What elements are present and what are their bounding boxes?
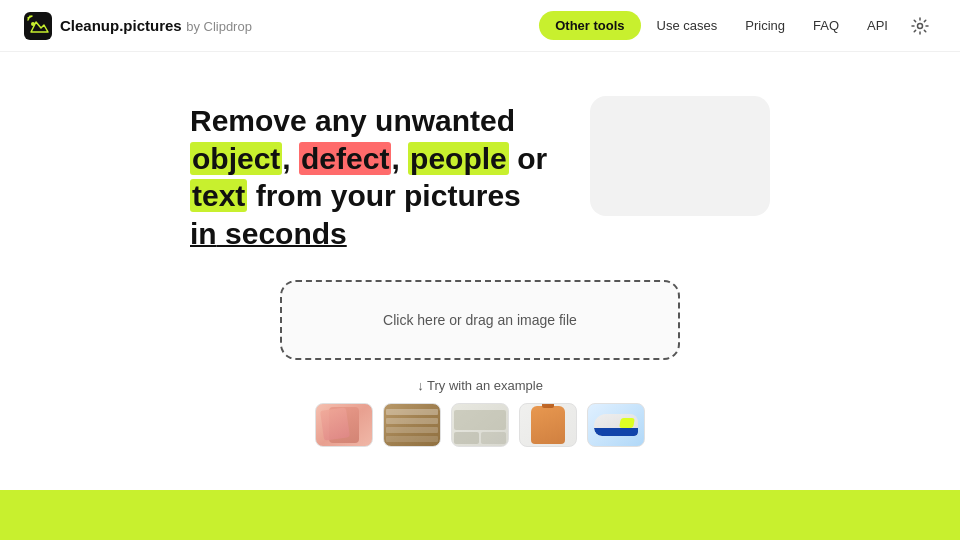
settings-button[interactable]	[904, 10, 936, 42]
faq-button[interactable]: FAQ	[801, 11, 851, 40]
examples-label: ↓ Try with an example	[417, 378, 543, 393]
upload-label: Click here or drag an image file	[383, 312, 577, 328]
logo-text: Cleanup.pictures by Clipdrop	[60, 17, 252, 35]
api-button[interactable]: API	[855, 11, 900, 40]
example-thumb-1[interactable]	[315, 403, 373, 447]
example-thumb-4[interactable]	[519, 403, 577, 447]
hero-text: Remove any unwanted object, defect, peop…	[190, 92, 550, 252]
object-highlight: object	[190, 142, 282, 175]
upload-section: Click here or drag an image file	[0, 280, 960, 360]
preview-image-box	[590, 96, 770, 216]
people-highlight: people	[408, 142, 509, 175]
defect-highlight: defect	[299, 142, 391, 175]
pricing-button[interactable]: Pricing	[733, 11, 797, 40]
svg-point-1	[31, 22, 35, 26]
svg-point-2	[918, 23, 923, 28]
main-nav: Other tools Use cases Pricing FAQ API	[539, 10, 936, 42]
examples-section: ↓ Try with an example	[0, 378, 960, 447]
text-highlight: text	[190, 179, 247, 212]
main-content: Remove any unwanted object, defect, peop…	[0, 52, 960, 252]
other-tools-button[interactable]: Other tools	[539, 11, 640, 40]
upload-dropzone[interactable]: Click here or drag an image file	[280, 280, 680, 360]
svg-rect-0	[24, 12, 52, 40]
example-thumb-5[interactable]	[587, 403, 645, 447]
example-thumb-2[interactable]	[383, 403, 441, 447]
hero-heading: Remove any unwanted object, defect, peop…	[190, 102, 550, 252]
bottom-green-bar	[0, 490, 960, 540]
logo-icon	[24, 12, 52, 40]
example-thumbnails	[315, 403, 645, 447]
gear-icon	[910, 16, 930, 36]
in-seconds-underline: in seconds	[190, 217, 347, 250]
example-thumb-3[interactable]	[451, 403, 509, 447]
use-cases-button[interactable]: Use cases	[645, 11, 730, 40]
logo-area: Cleanup.pictures by Clipdrop	[24, 12, 252, 40]
